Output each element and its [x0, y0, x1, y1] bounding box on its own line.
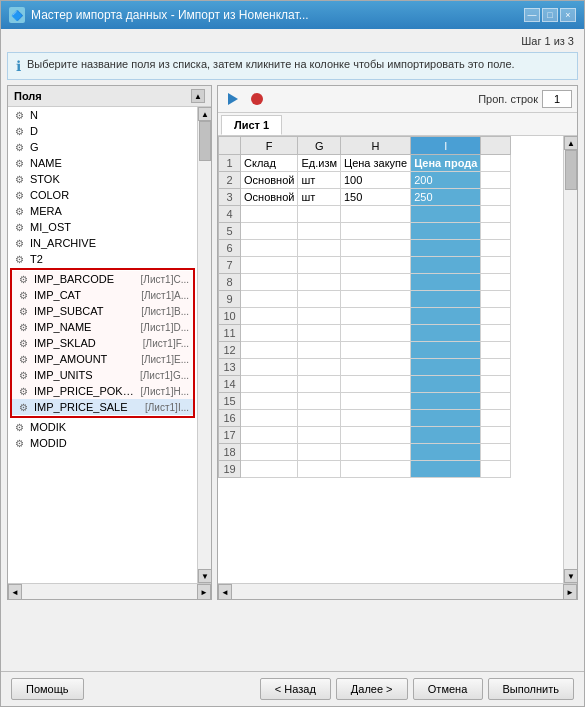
right-scroll-thumb[interactable] [565, 150, 577, 190]
h-scroll-right[interactable]: ► [197, 584, 211, 600]
cell-3-I[interactable]: 250 [411, 189, 481, 206]
field-item-IMP_CAT[interactable]: ⚙ IMP_CAT [Лист1]A... [12, 287, 193, 303]
cell-19-G[interactable] [298, 461, 341, 478]
cell-3-F[interactable]: Основной [241, 189, 298, 206]
sheet-tab-1[interactable]: Лист 1 [221, 115, 282, 135]
cell-5-G[interactable] [298, 223, 341, 240]
cell-10-H[interactable] [341, 308, 411, 325]
right-scroll-down[interactable]: ▼ [564, 569, 577, 583]
cell-15-H[interactable] [341, 393, 411, 410]
cell-8-I[interactable] [411, 274, 481, 291]
skip-input[interactable] [542, 90, 572, 108]
col-header-I[interactable]: I [411, 137, 481, 155]
field-item-MODIK[interactable]: ⚙ MODIK [8, 419, 197, 435]
cell-14-F[interactable] [241, 376, 298, 393]
cell-11-I[interactable] [411, 325, 481, 342]
cell-8-H[interactable] [341, 274, 411, 291]
left-hscrollbar[interactable]: ◄ ► [8, 583, 211, 599]
close-button[interactable]: × [560, 8, 576, 22]
cell-19-I[interactable] [411, 461, 481, 478]
col-header-H[interactable]: H [341, 137, 411, 155]
left-vscrollbar[interactable]: ▲ ▼ [197, 107, 211, 583]
right-h-scroll-right[interactable]: ► [563, 584, 577, 599]
cell-5-F[interactable] [241, 223, 298, 240]
cell-9-F[interactable] [241, 291, 298, 308]
cell-18-I[interactable] [411, 444, 481, 461]
right-h-scroll-left[interactable]: ◄ [218, 584, 232, 599]
field-item-IMP_BARCODE[interactable]: ⚙ IMP_BARCODE [Лист1]C... [12, 271, 193, 287]
cell-2-G[interactable]: шт [298, 172, 341, 189]
field-item-MERA[interactable]: ⚙ MERA [8, 203, 197, 219]
cell-12-G[interactable] [298, 342, 341, 359]
cell-16-I[interactable] [411, 410, 481, 427]
cell-14-H[interactable] [341, 376, 411, 393]
cell-12-I[interactable] [411, 342, 481, 359]
cell-9-H[interactable] [341, 291, 411, 308]
cell-13-F[interactable] [241, 359, 298, 376]
cell-7-H[interactable] [341, 257, 411, 274]
cell-4-F[interactable] [241, 206, 298, 223]
cell-10-G[interactable] [298, 308, 341, 325]
cell-17-I[interactable] [411, 427, 481, 444]
field-item-IMP_UNITS[interactable]: ⚙ IMP_UNITS [Лист1]G... [12, 367, 193, 383]
field-item-D[interactable]: ⚙ D [8, 123, 197, 139]
cell-4-I[interactable] [411, 206, 481, 223]
cell-1-H[interactable]: Цена закупе [341, 155, 411, 172]
cell-6-I[interactable] [411, 240, 481, 257]
cell-6-F[interactable] [241, 240, 298, 257]
cell-11-G[interactable] [298, 325, 341, 342]
cell-11-F[interactable] [241, 325, 298, 342]
cell-8-G[interactable] [298, 274, 341, 291]
field-item-T2[interactable]: ⚙ T2 [8, 251, 197, 267]
cell-19-F[interactable] [241, 461, 298, 478]
col-header-G[interactable]: G [298, 137, 341, 155]
cell-12-F[interactable] [241, 342, 298, 359]
cell-18-H[interactable] [341, 444, 411, 461]
cell-13-G[interactable] [298, 359, 341, 376]
field-item-IMP_PRICE_POKUP[interactable]: ⚙ IMP_PRICE_POKUP [Лист1]H... [12, 383, 193, 399]
cell-11-H[interactable] [341, 325, 411, 342]
cell-3-G[interactable]: шт [298, 189, 341, 206]
cell-7-G[interactable] [298, 257, 341, 274]
cell-2-I[interactable]: 200 [411, 172, 481, 189]
scroll-thumb[interactable] [199, 121, 211, 161]
h-scroll-left[interactable]: ◄ [8, 584, 22, 600]
right-hscrollbar[interactable]: ◄ ► [218, 583, 577, 599]
stop-button[interactable] [247, 89, 267, 109]
maximize-button[interactable]: □ [542, 8, 558, 22]
field-item-G[interactable]: ⚙ G [8, 139, 197, 155]
cell-13-I[interactable] [411, 359, 481, 376]
cell-16-F[interactable] [241, 410, 298, 427]
help-button[interactable]: Помощь [11, 678, 84, 700]
cell-4-G[interactable] [298, 206, 341, 223]
finish-button[interactable]: Выполнить [488, 678, 574, 700]
cell-14-G[interactable] [298, 376, 341, 393]
cell-17-F[interactable] [241, 427, 298, 444]
field-item-STOK[interactable]: ⚙ STOK [8, 171, 197, 187]
cell-12-H[interactable] [341, 342, 411, 359]
field-item-IMP_NAME[interactable]: ⚙ IMP_NAME [Лист1]D... [12, 319, 193, 335]
field-item-NAME[interactable]: ⚙ NAME [8, 155, 197, 171]
cell-7-I[interactable] [411, 257, 481, 274]
right-scroll-up[interactable]: ▲ [564, 136, 577, 150]
field-item-N[interactable]: ⚙ N [8, 107, 197, 123]
cell-9-I[interactable] [411, 291, 481, 308]
cell-5-H[interactable] [341, 223, 411, 240]
cell-16-H[interactable] [341, 410, 411, 427]
cell-18-F[interactable] [241, 444, 298, 461]
cell-16-G[interactable] [298, 410, 341, 427]
cell-6-H[interactable] [341, 240, 411, 257]
cell-15-I[interactable] [411, 393, 481, 410]
cell-2-F[interactable]: Основной [241, 172, 298, 189]
field-item-IMP_SUBCAT[interactable]: ⚙ IMP_SUBCAT [Лист1]B... [12, 303, 193, 319]
cell-13-H[interactable] [341, 359, 411, 376]
cancel-button[interactable]: Отмена [413, 678, 483, 700]
cell-9-G[interactable] [298, 291, 341, 308]
scroll-up-arrow[interactable]: ▲ [191, 89, 205, 103]
field-item-IMP_AMOUNT[interactable]: ⚙ IMP_AMOUNT [Лист1]E... [12, 351, 193, 367]
scroll-up-btn[interactable]: ▲ [198, 107, 211, 121]
cell-1-G[interactable]: Ед.изм [298, 155, 341, 172]
field-item-IMP_SKLAD[interactable]: ⚙ IMP_SKLAD [Лист1]F... [12, 335, 193, 351]
cell-19-H[interactable] [341, 461, 411, 478]
minimize-button[interactable]: — [524, 8, 540, 22]
